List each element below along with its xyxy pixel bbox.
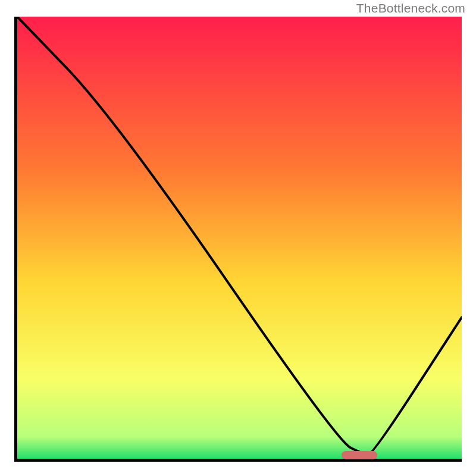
watermark-text: TheBottleneck.com — [356, 1, 465, 15]
chart-curve — [17, 17, 462, 459]
optimal-range-marker — [342, 451, 377, 459]
chart-plot-area — [14, 17, 462, 462]
